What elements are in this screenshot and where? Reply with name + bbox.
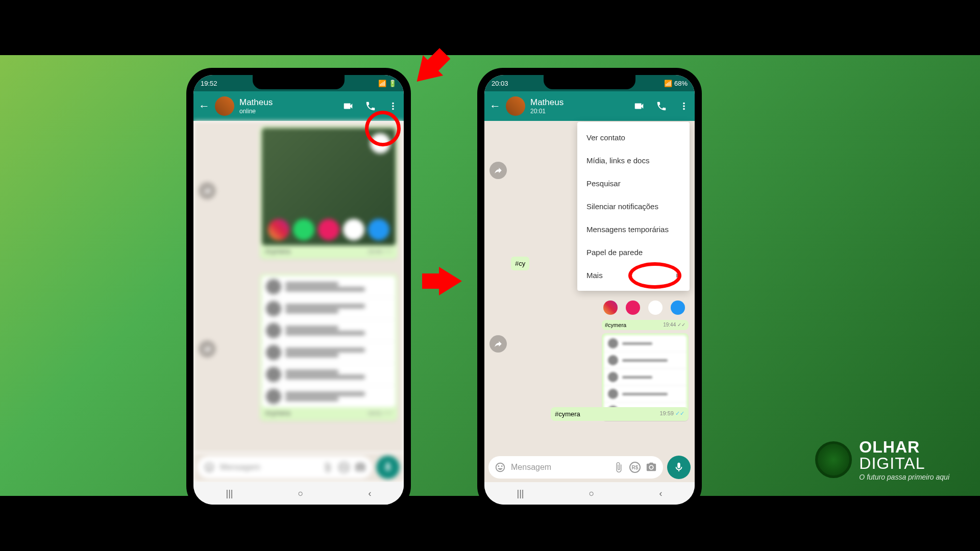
menu-temporarias[interactable]: Mensagens temporárias bbox=[577, 218, 690, 241]
message-time: 19:44 ✓✓ bbox=[368, 247, 393, 255]
caption-text: #cymera bbox=[265, 409, 290, 417]
contact-status: online bbox=[239, 108, 337, 115]
more-options-icon[interactable] bbox=[387, 101, 399, 112]
status-icons: 📶 68% bbox=[664, 80, 688, 87]
video-call-icon[interactable] bbox=[633, 101, 645, 112]
chat-list-image bbox=[604, 335, 687, 419]
message-input-bar: Mensagem R$ bbox=[193, 453, 404, 482]
brand-logo-block: OLHAR DIGITAL O futuro passa primeiro aq… bbox=[815, 439, 949, 481]
voice-call-icon[interactable] bbox=[365, 101, 376, 112]
phone-frame-2: 20:03 📶 68% ← Matheus 20:01 #cy #cymera1… bbox=[477, 68, 702, 512]
red-arrow-2 bbox=[439, 267, 462, 295]
whatsapp-app-icon bbox=[293, 219, 314, 240]
forward-icon[interactable] bbox=[199, 182, 216, 199]
contact-name: Matheus bbox=[530, 97, 628, 108]
contact-info[interactable]: Matheus 20:01 bbox=[530, 97, 628, 115]
attach-icon[interactable] bbox=[322, 462, 333, 473]
brand-tagline: O futuro passa primeiro aqui bbox=[859, 473, 949, 481]
partial-caption: #cy bbox=[511, 257, 529, 270]
contact-status: 20:01 bbox=[530, 108, 628, 115]
image-caption: #cymera 19:44 ✓✓ bbox=[262, 245, 396, 257]
more-options-icon[interactable] bbox=[678, 101, 690, 112]
input-placeholder: Mensagem bbox=[220, 463, 317, 472]
brand-circle-icon bbox=[815, 441, 852, 478]
camera-icon[interactable] bbox=[646, 462, 657, 473]
message-input[interactable]: Mensagem R$ bbox=[198, 456, 372, 479]
instagram-icon bbox=[268, 219, 289, 240]
contact-avatar[interactable] bbox=[506, 96, 525, 116]
menu-ver-contato[interactable]: Ver contato bbox=[577, 126, 690, 149]
menu-silenciar[interactable]: Silenciar notificações bbox=[577, 195, 690, 218]
letterbox-top bbox=[0, 0, 980, 55]
menu-midia[interactable]: Mídia, links e docs bbox=[577, 149, 690, 172]
android-nav-bar: ||| ○ ‹ bbox=[193, 482, 404, 505]
brand-line-1: OLHAR bbox=[859, 438, 920, 456]
nav-home[interactable]: ○ bbox=[589, 488, 595, 499]
brand-text: OLHAR DIGITAL O futuro passa primeiro aq… bbox=[859, 439, 949, 481]
back-arrow-icon[interactable]: ← bbox=[489, 99, 501, 113]
camera-icon[interactable] bbox=[355, 462, 366, 473]
mic-button[interactable] bbox=[667, 456, 691, 479]
android-nav-bar: ||| ○ ‹ bbox=[484, 482, 695, 505]
phone-screen-2: 20:03 📶 68% ← Matheus 20:01 #cy #cymera1… bbox=[484, 75, 695, 505]
menu-pesquisar[interactable]: Pesquisar bbox=[577, 172, 690, 195]
forward-icon[interactable] bbox=[489, 162, 507, 179]
nav-back[interactable]: ‹ bbox=[368, 488, 371, 499]
caption-text: #cymera bbox=[265, 247, 290, 255]
shared-image bbox=[262, 128, 396, 245]
nav-recent[interactable]: ||| bbox=[226, 488, 233, 499]
bottom-caption: #cymera 19:59 ✓✓ bbox=[551, 407, 689, 421]
contact-info[interactable]: Matheus online bbox=[239, 97, 337, 115]
message-time: 19:51 ✓✓ bbox=[368, 409, 393, 417]
contact-name: Matheus bbox=[239, 97, 337, 108]
phone-frame-1: 19:52 📶 🔋 ← Matheus online #cymera 19:44… bbox=[186, 68, 411, 512]
nav-home[interactable]: ○ bbox=[298, 488, 304, 499]
pink-app-icon bbox=[318, 219, 339, 240]
phone-screen-1: 19:52 📶 🔋 ← Matheus online #cymera 19:44… bbox=[193, 75, 404, 505]
input-placeholder: Mensagem bbox=[511, 463, 608, 472]
menu-mais[interactable]: Mais ▶ bbox=[577, 264, 690, 287]
menu-papel-parede[interactable]: Papel de parede bbox=[577, 241, 690, 264]
voice-call-icon[interactable] bbox=[656, 101, 667, 112]
nav-back[interactable]: ‹ bbox=[659, 488, 662, 499]
menu-more-label: Mais bbox=[586, 271, 603, 280]
whatsapp-header: ← Matheus 20:01 bbox=[484, 91, 695, 121]
status-time: 19:52 bbox=[201, 80, 217, 87]
phone-notch bbox=[253, 75, 345, 89]
highlight-circle-2 bbox=[628, 262, 681, 289]
message-bubble-list[interactable]: #cymera 19:51 ✓✓ bbox=[260, 274, 398, 421]
message-input-bar: Mensagem R$ bbox=[484, 453, 695, 482]
message-bubble-image[interactable]: #cymera 19:44 ✓✓ bbox=[260, 126, 398, 259]
tutorial-canvas: 19:52 📶 🔋 ← Matheus online #cymera 19:44… bbox=[0, 55, 980, 496]
message-input[interactable]: Mensagem R$ bbox=[488, 456, 663, 479]
options-dropdown: Ver contato Mídia, links e docs Pesquisa… bbox=[577, 122, 690, 291]
highlight-circle-1 bbox=[365, 111, 401, 146]
chat-body-blurred: #cymera 19:44 ✓✓ #cymera 19:51 ✓✓ bbox=[193, 121, 404, 453]
header-actions bbox=[342, 101, 399, 112]
forward-icon[interactable] bbox=[489, 335, 507, 353]
header-actions bbox=[633, 101, 690, 112]
video-call-icon[interactable] bbox=[342, 101, 354, 112]
payment-icon[interactable]: R$ bbox=[338, 462, 350, 473]
attach-icon[interactable] bbox=[613, 462, 624, 473]
nav-recent[interactable]: ||| bbox=[517, 488, 524, 499]
mic-button[interactable] bbox=[376, 456, 400, 479]
small-caption-bubble: #cymera19:44 ✓✓ bbox=[602, 320, 689, 330]
emoji-icon[interactable] bbox=[495, 462, 506, 473]
red-arrow-1 bbox=[407, 55, 443, 91]
emoji-icon[interactable] bbox=[204, 462, 215, 473]
list-caption: #cymera 19:51 ✓✓ bbox=[262, 407, 396, 419]
status-icons: 📶 🔋 bbox=[378, 80, 397, 87]
back-arrow-icon[interactable]: ← bbox=[199, 99, 210, 113]
play-store-icon bbox=[343, 219, 364, 240]
payment-icon[interactable]: R$ bbox=[629, 462, 641, 473]
forward-icon[interactable] bbox=[199, 340, 216, 358]
app-icons-row bbox=[262, 219, 396, 240]
chat-list-image bbox=[262, 276, 396, 407]
peeking-image bbox=[601, 300, 688, 316]
caption-text: #cymera bbox=[555, 410, 580, 418]
blue-app-icon bbox=[368, 219, 389, 240]
status-time: 20:03 bbox=[492, 80, 508, 87]
contact-avatar[interactable] bbox=[215, 96, 234, 116]
brand-line-2: DIGITAL bbox=[859, 454, 925, 472]
